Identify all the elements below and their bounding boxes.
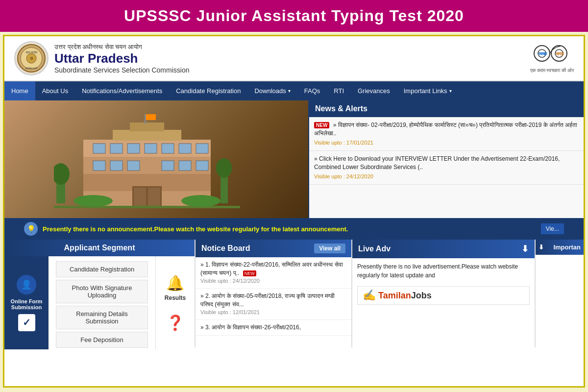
form-link-candidate-reg[interactable]: Candidate Registration — [56, 261, 148, 277]
notice-item-2[interactable]: » 2. आयोग के संख्या-05-परीक्षा/2018, राज… — [196, 289, 351, 320]
nav-item-important-links[interactable]: Important Links ▾ — [397, 81, 459, 100]
results-col: 🔔 Results ❓ — [155, 256, 195, 349]
notice-text-1: » 1. विज्ञापन संख्या-22-परीक्षा/2016, सम… — [200, 261, 343, 276]
svg-rect-28 — [93, 161, 105, 171]
svg-text:सत्यमेव जयते: सत्यमेव जयते — [25, 67, 37, 70]
important-col: ⬇ Importan — [535, 240, 584, 347]
live-adv-content: Presently there is no live advertisement… — [352, 258, 535, 284]
swachh-badge: स्वच्छ भारत एक कदम स्वच्छता की ओर — [530, 44, 574, 74]
new-badge-1: NEW — [314, 122, 329, 128]
svg-point-14 — [54, 163, 70, 185]
svg-rect-15 — [220, 174, 228, 203]
downloads-dropdown-arrow: ▾ — [288, 88, 291, 94]
tamilan-jobs-badge: ✍ TamilanJobs — [357, 286, 530, 305]
banner-image — [4, 100, 308, 218]
svg-point-42 — [74, 195, 113, 207]
org-subtitle: Subordinate Services Selection Commissio… — [54, 66, 189, 74]
nav-bar: Home About Us Notifications/Advertisemen… — [4, 81, 584, 100]
nav-item-about[interactable]: About Us — [35, 81, 75, 100]
online-form-check: ✓ — [18, 314, 35, 331]
nav-item-home[interactable]: Home — [4, 81, 35, 100]
svg-text:⚙: ⚙ — [30, 56, 33, 61]
svg-rect-27 — [196, 144, 208, 153]
online-form-label: Online FormSubmission — [11, 298, 43, 310]
svg-point-16 — [216, 158, 232, 178]
applicant-segment: Applicant Segment 👤 Online FormSubmissio… — [4, 240, 196, 347]
applicant-segment-header: Applicant Segment — [4, 240, 195, 256]
visible-upto-2: Visible upto : 24/12/2020 — [314, 173, 579, 180]
tamilan-jobs-icon: ✍ — [363, 289, 376, 302]
form-link-fee[interactable]: Fee Deposition — [56, 332, 148, 348]
form-link-photo[interactable]: Photo With Signature Uploading — [56, 280, 148, 303]
svg-rect-23 — [127, 144, 140, 153]
important-header: ⬇ Importan — [536, 240, 584, 255]
svg-rect-26 — [179, 144, 191, 153]
title-bar: UPSSSC Junior Assistant Typing Test 2020 — [0, 0, 588, 32]
notice-visible-upto-2: Visible upto : 12/01/2021 — [200, 309, 346, 316]
nav-item-downloads[interactable]: Downloads ▾ — [247, 81, 297, 100]
news-text-1: » विज्ञापन संख्या- 02-परीक्षा/2019, होम्… — [314, 122, 577, 137]
notice-new-badge-1: NEW — [243, 270, 256, 276]
form-links-col: Candidate Registration Photo With Signat… — [49, 256, 155, 349]
nav-item-grievances[interactable]: Grievances — [351, 81, 397, 100]
nav-item-notifications[interactable]: Notifications/Advertisements — [75, 81, 169, 100]
download-icon: ⬇ — [521, 244, 529, 254]
important-label: Importan — [553, 244, 581, 251]
org-logo: उत्तर प्रदेश ⚙ सत्यमेव जयते — [14, 41, 49, 75]
notice-item-3[interactable]: » 3. आयोग के विज्ञापन संख्या-26-परीक्षा/… — [196, 320, 351, 336]
live-adv-title: Live Adv — [358, 245, 391, 253]
results-label: Results — [165, 294, 186, 301]
applicant-body: 👤 Online FormSubmission ✓ Candidate Regi… — [4, 256, 195, 349]
view-all-button[interactable]: View all — [314, 244, 345, 253]
svg-text:स्वच्छ: स्वच्छ — [538, 51, 547, 56]
nav-item-faqs[interactable]: FAQs — [297, 81, 327, 100]
site-header: उत्तर प्रदेश ⚙ सत्यमेव जयते उत्तर प्रदेश… — [4, 36, 584, 81]
svg-rect-21 — [93, 144, 105, 153]
content-row: News & Alerts NEW » विज्ञापन संख्या- 02-… — [4, 100, 584, 218]
announcement-text: Presently there is no announcement.Pleas… — [43, 225, 348, 233]
svg-point-43 — [181, 195, 220, 207]
svg-rect-25 — [162, 144, 174, 153]
live-adv-header: Live Adv ⬇ — [352, 240, 535, 258]
svg-rect-33 — [196, 161, 208, 171]
page-title: UPSSSC Junior Assistant Typing Test 2020 — [10, 7, 578, 25]
bell-icon: 🔔 — [166, 274, 184, 292]
header-right: स्वच्छ भारत एक कदम स्वच्छता की ओर — [530, 44, 574, 74]
tamilan-jobs-label: TamilanJobs — [378, 291, 432, 301]
help-icon: ❓ — [166, 314, 184, 331]
svg-rect-30 — [127, 161, 140, 171]
svg-rect-29 — [110, 161, 122, 171]
live-advertisement: Live Adv ⬇ Presently there is no live ad… — [352, 240, 535, 347]
svg-rect-36 — [148, 188, 160, 208]
svg-rect-38 — [130, 122, 164, 131]
nav-item-candidate-reg[interactable]: Candidate Registration — [169, 81, 247, 100]
svg-rect-39 — [145, 114, 146, 124]
news-item-2[interactable]: » Click Here to Download your INTERVIEW … — [309, 151, 584, 185]
view-button[interactable]: Vie... — [541, 223, 564, 234]
important-links-dropdown-arrow: ▾ — [449, 88, 452, 94]
news-text-2: » Click Here to Download your INTERVIEW … — [314, 155, 560, 171]
svg-rect-37 — [113, 130, 181, 141]
notice-board-header: Notice Board View all — [196, 240, 351, 257]
notice-text-2: » 2. आयोग के संख्या-05-परीक्षा/2018, राज… — [200, 293, 335, 308]
news-item-1[interactable]: NEW » विज्ञापन संख्या- 02-परीक्षा/2019, … — [309, 117, 584, 151]
svg-rect-24 — [145, 144, 157, 153]
notice-text-3: » 3. आयोग के विज्ञापन संख्या-26-परीक्षा/… — [200, 324, 301, 331]
announcement-icon: 💡 — [24, 222, 38, 236]
swachh-icon: स्वच्छ भारत — [532, 44, 571, 67]
online-form-icon: 👤 — [17, 275, 36, 294]
svg-rect-32 — [179, 161, 191, 171]
header-text: उत्तर प्रदेश अधीनस्थ सेवा चयन आयोग Uttar… — [54, 43, 189, 74]
news-alerts-header: News & Alerts — [309, 100, 584, 117]
form-link-remaining[interactable]: Remaining Details Submission — [56, 306, 148, 329]
nav-item-rti[interactable]: RTI — [327, 81, 351, 100]
org-name: Uttar Pradesh — [54, 51, 189, 66]
notice-item-1[interactable]: » 1. विज्ञापन संख्या-22-परीक्षा/2016, सम… — [196, 257, 351, 289]
banner — [4, 100, 308, 218]
main-wrapper: उत्तर प्रदेश ⚙ सत्यमेव जयते उत्तर प्रदेश… — [3, 35, 585, 388]
svg-text:भारत: भारत — [556, 51, 564, 56]
svg-rect-41 — [54, 206, 240, 208]
header-left: उत्तर प्रदेश ⚙ सत्यमेव जयते उत्तर प्रदेश… — [14, 41, 189, 75]
svg-rect-31 — [162, 161, 174, 171]
notice-board: Notice Board View all » 1. विज्ञापन संख्… — [196, 240, 352, 347]
